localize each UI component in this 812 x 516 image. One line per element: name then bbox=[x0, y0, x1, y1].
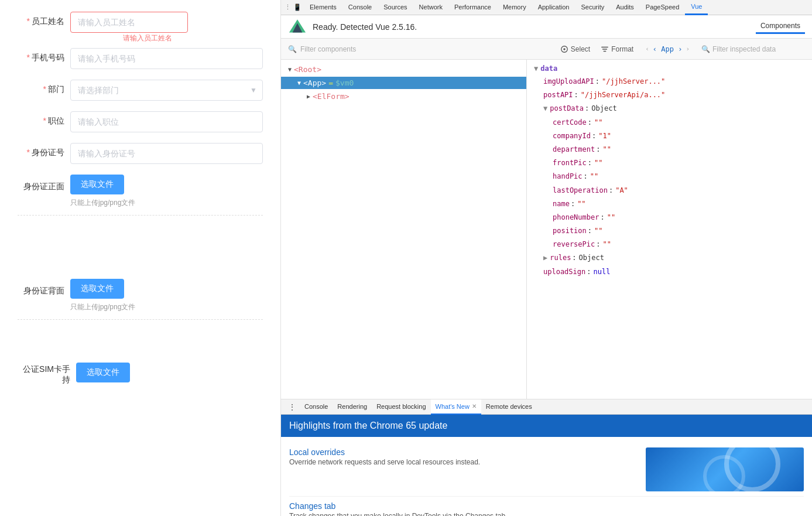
tab-sources[interactable]: Sources bbox=[378, 0, 413, 15]
tab-vue[interactable]: Vue bbox=[685, 0, 708, 15]
vue-comp-toolbar: 🔍 Select Format ‹ ‹ App › › bbox=[281, 39, 812, 60]
tab-console-bottom[interactable]: Console bbox=[300, 399, 333, 415]
label-idcard: 身份证号 bbox=[18, 143, 70, 158]
colon-2: : bbox=[574, 90, 578, 101]
feature-text-2: Changes tab Track changes that you make … bbox=[289, 501, 804, 516]
rendering-label: Rendering bbox=[337, 403, 367, 410]
vue-toolbar: Ready. Detected Vue 2.5.16. Components bbox=[281, 15, 812, 39]
root-tag: <Root> bbox=[294, 65, 321, 74]
select-dept[interactable]: 请选择部门 bbox=[70, 80, 263, 101]
key-name: name bbox=[553, 199, 570, 210]
divider-2 bbox=[18, 319, 263, 320]
tree-item-root[interactable]: ▼ <Root> bbox=[281, 63, 526, 76]
tree-item-app[interactable]: ▼ <App> = $vm0 bbox=[281, 77, 526, 89]
request-blocking-label: Request blocking bbox=[376, 403, 426, 410]
data-item-companyId: companyId : "1" bbox=[543, 129, 805, 143]
tab-network[interactable]: Network bbox=[413, 0, 448, 15]
data-item-lastOperation: lastOperation : "A" bbox=[543, 184, 805, 197]
form-row-phone: 手机号码 bbox=[18, 48, 263, 69]
upload-front-row: 身份证正面 选取文件 bbox=[18, 175, 263, 194]
val-uploadSign: null bbox=[593, 266, 610, 278]
input-name[interactable] bbox=[70, 12, 188, 33]
label-dept: 部门 bbox=[18, 80, 70, 95]
val-certCode: "" bbox=[594, 117, 602, 128]
tab-remote-devices[interactable]: Remote devices bbox=[481, 399, 537, 415]
filter-inspected-input[interactable] bbox=[712, 45, 800, 53]
data-expand-icon[interactable]: ▼ bbox=[534, 64, 538, 73]
upload-back-button[interactable]: 选取文件 bbox=[70, 279, 124, 299]
devtools-panel: ⋮ 📱 Elements Console Sources Network Per… bbox=[281, 0, 812, 516]
filter-components-input[interactable] bbox=[300, 45, 388, 53]
error-name: 请输入员工姓名 bbox=[123, 33, 172, 43]
vue-toolbar-right: Components bbox=[756, 19, 805, 34]
spacer-2 bbox=[18, 324, 263, 360]
tab-console[interactable]: Console bbox=[342, 0, 378, 15]
tab-security[interactable]: Security bbox=[575, 0, 610, 15]
upload-back-section: 身份证背面 选取文件 只能上传jpg/png文件 bbox=[18, 279, 263, 312]
tab-rendering[interactable]: Rendering bbox=[333, 399, 372, 415]
data-item-handPic: handPic : "" bbox=[543, 170, 805, 183]
form-row-name: 员工姓名 请输入员工姓名 bbox=[18, 12, 263, 33]
feature-item-local-overrides: Local overrides Override network request… bbox=[289, 443, 804, 497]
devtools-device-icon: 📱 bbox=[293, 4, 301, 11]
whats-new-close-icon[interactable]: ✕ bbox=[472, 403, 477, 409]
input-idcard[interactable] bbox=[70, 143, 263, 164]
feature-desc-1: Override network requests and serve loca… bbox=[289, 458, 639, 466]
comp-toolbar-right: Select Format ‹ ‹ App › › 🔍 bbox=[556, 43, 805, 55]
format-label: Format bbox=[611, 45, 633, 53]
vue-status-text: Ready. Detected Vue 2.5.16. bbox=[313, 22, 417, 32]
tab-request-blocking[interactable]: Request blocking bbox=[372, 399, 430, 415]
key-lastOperation: lastOperation bbox=[553, 185, 608, 196]
bottom-menu-icon[interactable]: ⋮ bbox=[285, 400, 300, 414]
val-name: "" bbox=[577, 199, 585, 210]
tab-audits[interactable]: Audits bbox=[610, 0, 640, 15]
key-phoneNumber: phoneNumber bbox=[553, 212, 599, 223]
components-tab[interactable]: Components bbox=[756, 19, 805, 34]
tab-application[interactable]: Application bbox=[532, 0, 575, 15]
form-row-dept: 部门 请选择部门 ▼ bbox=[18, 80, 263, 101]
tab-pagespeed[interactable]: PageSpeed bbox=[640, 0, 686, 15]
format-button[interactable]: Format bbox=[596, 43, 638, 55]
devtools-tabs-bar: ⋮ 📱 Elements Console Sources Network Per… bbox=[281, 0, 812, 15]
label-front-id: 身份证正面 bbox=[18, 177, 70, 192]
data-header: ▼ data bbox=[534, 64, 805, 73]
key-imgUploadAPI: imgUploadAPI bbox=[543, 76, 594, 87]
devtools-menu-icon: ⋮ bbox=[285, 4, 291, 11]
select-button[interactable]: Select bbox=[556, 43, 595, 55]
console-bottom-label: Console bbox=[304, 403, 328, 410]
app-tag: <App> bbox=[303, 78, 326, 87]
key-reversePic: reversePic bbox=[553, 239, 595, 250]
colon-1: : bbox=[595, 76, 599, 87]
tree-item-elform[interactable]: ▶ <ElForm> bbox=[281, 90, 526, 102]
nav-back-icon[interactable]: ‹ bbox=[643, 45, 652, 53]
postdata-children: certCode : "" companyId : "1" department… bbox=[534, 116, 805, 252]
input-phone[interactable] bbox=[70, 48, 263, 69]
rules-expand-icon[interactable]: ▶ bbox=[543, 252, 547, 264]
colon-3: : bbox=[585, 103, 589, 114]
val-frontPic: "" bbox=[594, 158, 602, 169]
upload-bank-button[interactable]: 选取文件 bbox=[76, 363, 130, 382]
tab-whats-new[interactable]: What's New ✕ bbox=[431, 399, 481, 415]
upload-front-section: 身份证正面 选取文件 只能上传jpg/png文件 bbox=[18, 175, 263, 208]
tab-elements[interactable]: Elements bbox=[304, 0, 342, 15]
data-item-certCode: certCode : "" bbox=[543, 116, 805, 129]
upload-front-button[interactable]: 选取文件 bbox=[70, 175, 124, 194]
nav-forward-icon[interactable]: › bbox=[683, 45, 692, 53]
input-position[interactable] bbox=[70, 111, 263, 132]
key-certCode: certCode bbox=[553, 117, 587, 128]
upload-bank-section: 公证SIM卡手持 选取文件 bbox=[18, 360, 263, 385]
upload-front-hint: 只能上传jpg/png文件 bbox=[70, 198, 263, 208]
postdata-expand-icon[interactable]: ▼ bbox=[543, 103, 547, 114]
feature-image-1 bbox=[646, 447, 804, 491]
whats-new-label: What's New bbox=[436, 403, 470, 410]
form-row-position: 职位 bbox=[18, 111, 263, 132]
tab-performance[interactable]: Performance bbox=[448, 0, 497, 15]
val-reversePic: "" bbox=[602, 239, 611, 250]
data-item-phoneNumber: phoneNumber : "" bbox=[543, 211, 805, 224]
label-back-id: 身份证背面 bbox=[18, 281, 70, 296]
tab-memory[interactable]: Memory bbox=[497, 0, 532, 15]
label-name: 员工姓名 bbox=[18, 12, 70, 27]
data-item-department: department : "" bbox=[543, 143, 805, 156]
form-row-idcard: 身份证号 bbox=[18, 143, 263, 164]
data-item-reversePic: reversePic : "" bbox=[543, 238, 805, 251]
